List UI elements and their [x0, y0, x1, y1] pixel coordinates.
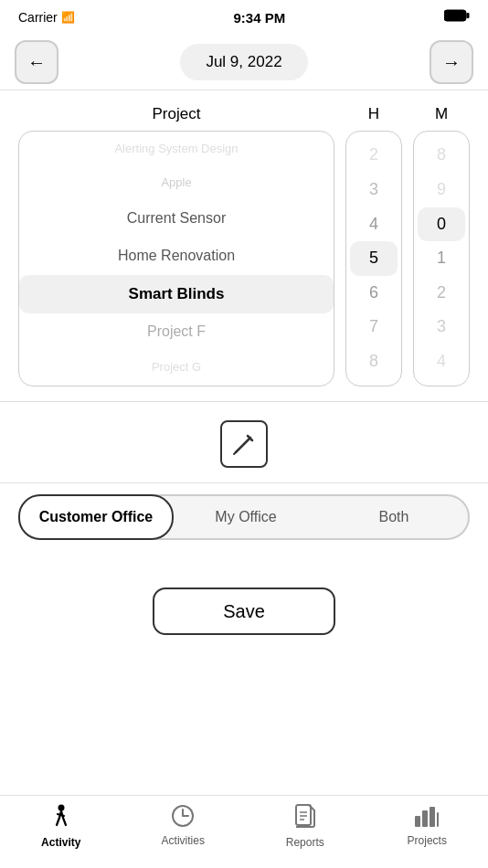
svg-rect-20 — [430, 807, 435, 827]
chevron-right-icon: → — [442, 52, 461, 73]
prev-date-button[interactable]: ← — [15, 40, 58, 84]
list-item: 4 — [414, 344, 469, 379]
minutes-picker[interactable]: M 8 9 0 1 2 3 4 — [413, 105, 470, 386]
location-customer-office[interactable]: Customer Office — [18, 494, 174, 540]
minutes-drum[interactable]: 8 9 0 1 2 3 4 — [413, 131, 470, 386]
project-picker[interactable]: Project Alerting System Design Apple Cur… — [18, 105, 334, 386]
list-item: Home Renovation — [19, 238, 334, 275]
save-button[interactable]: Save — [153, 587, 335, 635]
list-item: Smart Blinds — [19, 275, 334, 313]
bottom-nav: Activity Activities Reports — [0, 795, 488, 868]
list-item: 3 — [346, 173, 401, 207]
location-both[interactable]: Both — [318, 494, 470, 540]
svg-rect-21 — [437, 812, 439, 827]
list-item: Project F — [19, 313, 334, 351]
list-item: Apple — [19, 166, 334, 200]
list-item: 2 — [414, 276, 469, 311]
my-office-label: My Office — [215, 509, 276, 525]
svg-rect-18 — [415, 816, 420, 827]
reports-icon — [294, 803, 316, 834]
list-item: 9 — [346, 379, 401, 386]
location-section: Customer Office My Office Both — [0, 483, 488, 551]
nav-item-projects[interactable]: Projects — [366, 803, 489, 847]
projects-icon — [413, 803, 440, 832]
nav-item-reports[interactable]: Reports — [244, 803, 366, 849]
location-toggle[interactable]: Customer Office My Office Both — [18, 494, 470, 540]
list-item: Project G — [19, 351, 334, 385]
carrier-text: Carrier 📶 — [18, 10, 75, 25]
svg-rect-19 — [422, 810, 428, 827]
list-item: Current Sensor — [19, 200, 334, 238]
activity-icon — [49, 803, 73, 834]
list-item: Alerting System Design — [19, 132, 334, 166]
edit-section — [0, 402, 488, 482]
battery-indicator — [444, 9, 470, 26]
nav-item-activity[interactable]: Activity — [0, 803, 122, 849]
picker-section: Project Alerting System Design Apple Cur… — [0, 90, 488, 401]
list-item: 9 — [414, 173, 469, 207]
both-label: Both — [379, 509, 409, 525]
svg-rect-14 — [296, 805, 311, 825]
list-item: 4 — [346, 207, 401, 242]
list-item: 1 — [346, 131, 401, 138]
projects-label: Projects — [408, 834, 447, 847]
list-item: 8 — [414, 138, 469, 173]
date-display: Jul 9, 2022 — [180, 44, 307, 80]
save-section: Save — [0, 551, 488, 653]
header: ← Jul 9, 2022 → — [0, 35, 488, 90]
edit-button[interactable] — [220, 420, 268, 468]
status-bar: Carrier 📶 9:34 PM — [0, 0, 488, 35]
svg-line-8 — [57, 818, 59, 825]
svg-line-2 — [236, 438, 250, 452]
activities-icon — [170, 803, 196, 832]
next-date-button[interactable]: → — [430, 40, 473, 84]
list-item: 5 — [350, 241, 398, 276]
project-drum[interactable]: Alerting System Design Apple Current Sen… — [18, 131, 334, 386]
svg-rect-1 — [466, 13, 469, 18]
svg-line-9 — [63, 818, 66, 825]
svg-line-4 — [234, 451, 237, 454]
list-item: 1 — [414, 241, 469, 276]
hours-picker-header: H — [368, 105, 379, 123]
hours-drum[interactable]: 1 2 3 4 5 6 7 8 9 — [345, 131, 402, 386]
project-picker-header: Project — [18, 105, 334, 123]
list-item: 2 — [346, 138, 401, 173]
reports-label: Reports — [286, 836, 324, 849]
list-item: 7 — [346, 310, 401, 344]
nav-item-activities[interactable]: Activities — [122, 803, 245, 847]
list-item: 6 — [346, 276, 401, 311]
pencil-icon — [232, 432, 256, 456]
svg-rect-0 — [444, 10, 466, 21]
chevron-left-icon: ← — [27, 52, 46, 73]
list-item: 8 — [346, 344, 401, 379]
list-item: 0 — [418, 207, 465, 242]
activities-label: Activities — [162, 834, 205, 847]
location-my-office[interactable]: My Office — [170, 494, 322, 540]
minutes-picker-header: M — [435, 105, 448, 123]
customer-office-label: Customer Office — [39, 509, 153, 525]
activity-label: Activity — [41, 836, 80, 849]
time-display: 9:34 PM — [234, 10, 286, 26]
wifi-icon: 📶 — [61, 11, 75, 24]
list-item: 3 — [414, 310, 469, 344]
carrier-label: Carrier — [18, 10, 58, 25]
hours-picker[interactable]: H 1 2 3 4 5 6 7 8 9 — [345, 105, 402, 386]
